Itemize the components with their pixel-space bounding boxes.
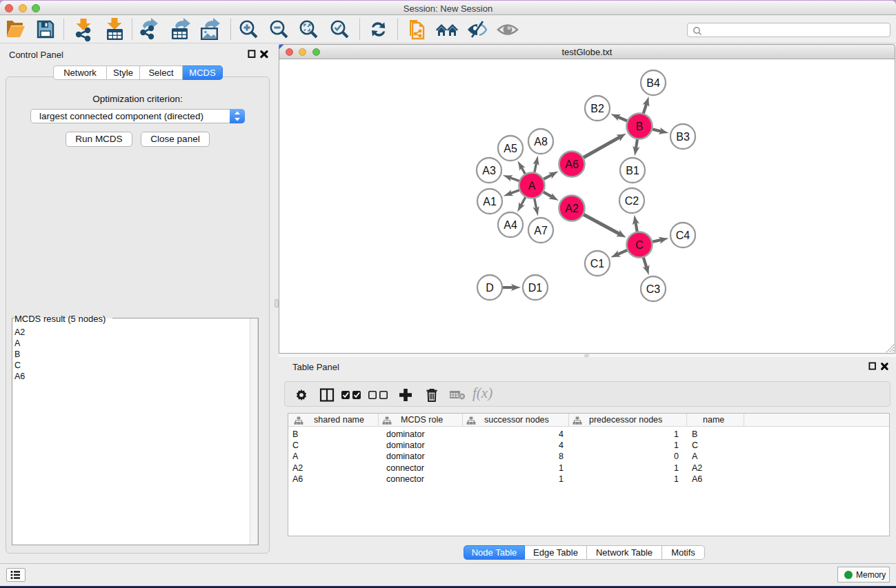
svg-text:B: B <box>636 121 644 132</box>
svg-text:D1: D1 <box>528 282 543 294</box>
svg-text:C4: C4 <box>676 230 690 241</box>
svg-text:C2: C2 <box>625 195 639 207</box>
svg-text:B4: B4 <box>646 77 660 89</box>
svg-text:A3: A3 <box>482 165 496 176</box>
svg-text:B2: B2 <box>590 103 604 114</box>
svg-text:A: A <box>528 180 536 192</box>
svg-text:C: C <box>635 239 644 251</box>
svg-text:A5: A5 <box>504 143 517 154</box>
svg-text:D: D <box>486 282 494 294</box>
svg-text:C1: C1 <box>590 258 605 270</box>
svg-text:A4: A4 <box>504 219 517 231</box>
svg-text:A1: A1 <box>483 196 497 207</box>
svg-text:A8: A8 <box>534 136 548 148</box>
svg-text:C3: C3 <box>646 283 661 295</box>
svg-text:B3: B3 <box>676 131 690 143</box>
svg-text:A7: A7 <box>534 225 548 236</box>
svg-text:A6: A6 <box>565 159 579 170</box>
svg-text:B1: B1 <box>626 165 639 176</box>
svg-text:A2: A2 <box>565 203 579 214</box>
